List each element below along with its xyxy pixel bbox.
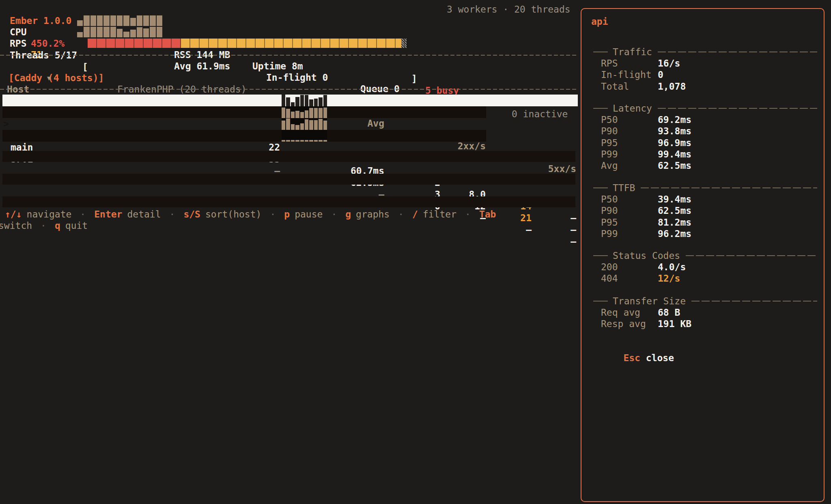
shortcut-separator: ·: [270, 209, 276, 220]
stat-value: 1,078: [658, 81, 686, 92]
panel-stat-row: Avg62.5ms: [581, 160, 825, 171]
stat-value: 81.2ms: [658, 217, 691, 228]
shortcut-action-label: sort(host): [205, 209, 261, 220]
table-row-api-selected[interactable]: > api 16 62.5ms 0 4.0 12 –: [0, 95, 581, 106]
shortcut-action-label: detail: [127, 209, 161, 220]
panel-section-title: TTFB: [613, 183, 635, 193]
sparkline-bar: [150, 15, 155, 26]
shortcut-key-hint: ↑/↓: [5, 209, 22, 220]
panel-stat-row: P5039.4ms: [581, 194, 825, 205]
stat-label: P90: [601, 125, 618, 137]
panel-stat-row: Total1,078: [581, 81, 825, 92]
panel-section-header: TTFB: [581, 182, 825, 194]
stat-value: 96.9ms: [658, 137, 691, 149]
stat-label: P90: [601, 205, 618, 216]
detail-panel-title: api: [591, 16, 608, 27]
table-row-app[interactable]: app 22 60.7ms 2 8.0 14 –: [0, 106, 581, 118]
esc-close-hint: Esc close: [601, 341, 674, 352]
panel-stat-row: P9581.2ms: [581, 217, 825, 228]
table-row-srv1[interactable]: srv1 – – 0 – – –: [0, 130, 581, 142]
section-rule-lead: [593, 187, 608, 188]
sparkline-bar: [282, 121, 285, 130]
panel-stat-row: P9996.2ms: [581, 228, 825, 239]
shortcut-separator: ·: [80, 209, 86, 220]
stat-value: 0: [658, 69, 663, 80]
section-rule-lead: [593, 52, 608, 52]
sort-descending-icon[interactable]: ▼: [47, 73, 51, 84]
panel-stat-row: 2004.0/s: [581, 261, 825, 273]
stat-label: 200: [601, 261, 618, 273]
sparkline-bar: [309, 108, 313, 118]
5xx-cell: –: [540, 224, 576, 236]
sparkline-bar: [291, 112, 295, 118]
sparkline-bar: [295, 111, 299, 118]
panel-stat-row: In-flight0: [581, 69, 825, 80]
sparkline-bar: [309, 99, 313, 106]
section-rule-trail: [691, 301, 817, 302]
stat-label: Resp avg: [601, 318, 646, 330]
esc-key-hint: Esc: [623, 353, 640, 363]
stat-label: P50: [601, 114, 618, 125]
stat-label: Total: [601, 81, 629, 92]
shortcut-separator: ·: [398, 209, 404, 220]
sparkline-bar: [117, 29, 123, 37]
stat-value: 4.0/s: [658, 261, 686, 273]
sparkline-bar: [319, 140, 322, 142]
section-rule-lead: [593, 255, 608, 256]
sparkline-bar: [123, 32, 129, 37]
shortcut-bar-line1: ↑/↓navigate·Enterdetail·s/Ssort(host)·pp…: [5, 209, 498, 220]
shortcut-separator: ·: [331, 209, 337, 220]
empty-row-stripe: [2, 151, 575, 162]
shortcut-action-label: filter: [423, 209, 456, 220]
sparkline-bar: [319, 97, 322, 106]
sparkline-bar: [309, 120, 313, 130]
stat-value: 39.4ms: [658, 194, 691, 205]
host-sparkline: [282, 118, 327, 130]
sparkline-bar: [314, 108, 318, 118]
column-5xx[interactable]: 5xx/s: [540, 163, 576, 174]
sparkline-bar: [137, 15, 142, 26]
sparkline-bar: [286, 97, 290, 106]
stat-label: P50: [601, 194, 618, 205]
sparkline-bar: [286, 140, 290, 142]
sparkline-bar: [291, 102, 295, 106]
section-rule-trail: [658, 52, 817, 52]
rps-sparkline: [77, 27, 162, 37]
sparkline-bar: [305, 110, 308, 118]
sparkline-bar: [157, 27, 162, 37]
sparkline-bar: [110, 15, 116, 26]
stat-label: P99: [601, 228, 618, 239]
thread-bar-grid-overlay: [88, 39, 407, 48]
sparkline-bar: [300, 112, 304, 118]
server-group-row: [Caddy (4 hosts)] FrankenPHP (20 threads…: [0, 61, 581, 72]
sparkline-bar: [319, 108, 322, 118]
host-detail-panel: api TrafficRPS16/sIn-flight0Total1,078La…: [581, 8, 825, 502]
shortcut-action-label: switch: [0, 220, 32, 231]
stat-label: P95: [601, 137, 618, 149]
panel-stat-row: RPS16/s: [581, 58, 825, 69]
stat-label: 404: [601, 273, 618, 284]
host-sparkline: [282, 130, 327, 142]
sparkline-bar: [90, 15, 96, 26]
empty-row-stripe: [2, 174, 575, 185]
sparkline-bar: [97, 15, 103, 26]
sparkline-bar: [117, 15, 123, 26]
column-2xx[interactable]: 2xx/s: [446, 140, 486, 152]
shortcut-bar-line2: switch·qquit: [0, 220, 90, 231]
stat-value: 62.5ms: [658, 205, 691, 216]
stat-value: 96.2ms: [658, 228, 691, 239]
sparkline-bar: [295, 125, 299, 130]
sparkline-bar: [123, 15, 129, 26]
table-row-main[interactable]: main 33 62.5ms 3 12 21 –: [0, 118, 581, 130]
sparkline-bar: [323, 121, 327, 130]
shortcut-key-hint: Tab: [479, 209, 496, 220]
workers-threads-summary: 3 workers · 20 threads: [447, 4, 571, 15]
sparkline-bar: [110, 27, 116, 37]
empty-row-stripe: [2, 196, 575, 207]
sparkline-bar: [137, 27, 142, 37]
sparkline-bar: [305, 119, 308, 130]
sparkline-bar: [130, 30, 136, 37]
sparkline-bar: [314, 120, 318, 130]
sparkline-bar: [103, 15, 109, 26]
panel-stat-row: Req avg68 B: [581, 307, 825, 318]
